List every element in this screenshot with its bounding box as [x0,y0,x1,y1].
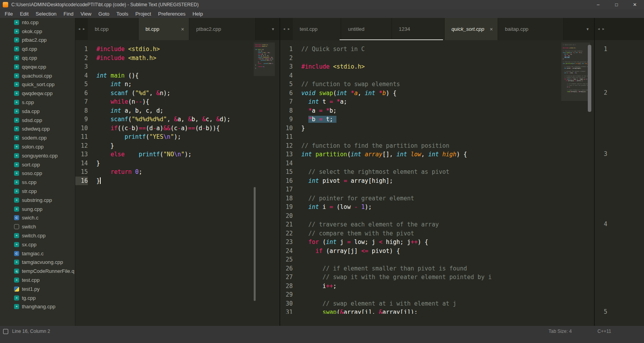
code-line[interactable]: #include <math.h> [96,54,279,63]
code-line[interactable]: int a, b, c, d; [96,106,279,115]
code-line[interactable] [301,212,594,221]
code-line[interactable]: // function to swap elements [301,80,594,89]
tab-size-indicator[interactable]: Tab Size: 4 [548,329,571,334]
sidebar-item[interactable]: +qqeqw.cpp [0,62,75,71]
sidebar-item[interactable]: +switch.cpp [0,231,75,240]
minimap-right[interactable]: // Quick sort in C#include <stdio.h>// f… [563,44,589,92]
code-line[interactable]: // swap it with the greater element poin… [301,273,594,282]
code-line[interactable] [96,62,279,71]
sidebar-item[interactable]: qtempCodeRunnerFile.q [0,267,75,276]
line-number[interactable]: 2 [280,54,293,63]
sidebar-item[interactable]: +str.cpp [0,187,75,196]
line-number[interactable]: 26 [280,264,293,273]
line-number[interactable]: 29 [280,290,293,299]
code-left[interactable]: #include <stdio.h>#include <math.h>int m… [88,45,279,314]
code-line[interactable]: for (int j = low; j < high; j++) { [301,238,594,247]
tab-quick_sort.cpp[interactable]: quick_sort.cpp× [445,18,498,40]
line-number[interactable]: 18 [280,194,293,203]
code-line[interactable]: int partition(int array[], int low, int … [301,150,594,159]
sidebar-item[interactable]: +quick_sort.cpp [0,80,75,89]
code-line[interactable]: void swap(int *a, int *b) { [301,89,594,98]
tab-scroll-left-icon[interactable]: ◄ [283,27,286,31]
line-number[interactable]: 7 [75,97,88,106]
tab-scroll-left-icon[interactable]: ◄ [78,27,81,31]
line-number[interactable]: 6 [280,89,293,98]
sidebar-item[interactable]: +substring.cpp [0,196,75,205]
menu-item-file[interactable]: File [1,9,16,18]
line-number[interactable]: 15 [75,168,88,177]
line-number[interactable]: 7 [280,97,293,106]
tab-overflow-icon[interactable]: ▼ [267,27,279,31]
sidebar-item[interactable]: +quachuoi.cpp [0,71,75,80]
code-line[interactable]: // if element smaller than pivot is foun… [301,264,594,273]
sidebar-item[interactable]: Cswich.c [0,214,75,223]
close-button[interactable]: ✕ [626,0,644,9]
vertical-scrollbar[interactable] [588,45,591,112]
code-line[interactable]: } [301,124,594,133]
tab-scroll-right-icon[interactable]: ► [602,27,605,31]
line-number[interactable]: 16 [75,177,88,186]
line-number[interactable]: 8 [280,106,293,115]
line-number[interactable]: 14 [75,159,88,168]
code-line[interactable]: #include <stdio.h> [96,45,279,54]
code-line[interactable] [301,71,594,80]
tab-untitled[interactable]: untitled [341,18,392,40]
sidebar-item[interactable]: +ptbac2.cpp [0,36,75,45]
line-number[interactable]: 15 [280,168,293,177]
menu-item-project[interactable]: Project [132,9,155,18]
tab-overflow-icon[interactable]: ▼ [581,27,594,31]
code-line[interactable] [301,290,594,299]
code-line[interactable]: int pivot = array[high]; [301,177,594,186]
code-line[interactable]: // pointer for greater element [301,194,594,203]
line-number[interactable]: 11 [280,133,293,141]
sidebar-item[interactable]: +sodem.cpp [0,133,75,142]
code-line[interactable]: if((c-b)==(d-a)&&(c-a)==(d-b)){ [96,124,279,133]
line-number[interactable]: 28 [280,282,293,291]
line-number[interactable]: 1 [280,45,293,54]
line-number[interactable]: 6 [75,89,88,98]
code-line[interactable]: swap(&array[i], &array[j]); [301,308,594,314]
tab-scroll-right-icon[interactable]: ► [287,27,290,31]
line-number[interactable]: 8 [75,106,88,115]
line-number[interactable]: 10 [75,124,88,133]
line-number[interactable]: 12 [75,141,88,150]
line-number[interactable]: 30 [280,299,293,308]
line-number[interactable]: 23 [280,238,293,247]
line-number[interactable]: 4 [75,71,88,80]
line-number[interactable]: 12 [280,141,293,150]
sidebar-item[interactable]: +qq.cpp [0,53,75,62]
line-number[interactable]: 2 [75,54,88,63]
sidebar-item[interactable]: +ss.cpp [0,178,75,187]
line-number[interactable]: 5 [75,80,88,89]
tab-scroll-left-icon[interactable]: ◄ [597,27,600,31]
code-line[interactable]: scanf ("%d", &n); [96,89,279,98]
maximize-button[interactable]: □ [607,0,626,9]
sidebar-item[interactable]: +soso.cpp [0,169,75,178]
code-line[interactable]: i++; [301,282,594,291]
line-number[interactable]: 1 [75,45,88,54]
code-line[interactable]: int t = *a; [301,97,594,106]
line-number[interactable]: 14 [280,159,293,168]
code-line[interactable] [301,255,594,264]
sidebar-item[interactable]: +thanghang.cpp [0,302,75,311]
line-number[interactable]: 3 [280,62,293,71]
editor-pane-far[interactable]: 12345 [594,40,644,326]
code-line[interactable]: *a = *b; [301,106,594,115]
code-line[interactable]: } [96,141,279,150]
line-number[interactable]: 25 [280,255,293,264]
line-number[interactable]: 10 [280,124,293,133]
editor-pane-left[interactable]: 12345678910111213141516 #include <stdio.… [75,40,279,326]
sidebar-item[interactable]: switch [0,222,75,231]
sidebar-item[interactable]: +solon.cpp [0,142,75,151]
sidebar-item[interactable]: +sung.cpp [0,205,75,214]
minimap-left[interactable]: #include <stdio.h>#include <math.h>int m… [255,44,273,69]
code-line[interactable]: int i = (low - 1); [301,203,594,212]
menu-item-tools[interactable]: Tools [113,9,132,18]
sidebar-item[interactable]: +qwqdeqw.cpp [0,89,75,98]
menu-item-preferences[interactable]: Preferences [155,9,189,18]
code-line[interactable] [301,54,594,63]
code-line[interactable]: printf("YES\n"); [96,133,279,141]
code-line[interactable]: scanf("%d%d%d%d", &a, &b, &c, &d); [96,115,279,124]
menu-item-selection[interactable]: Selection [32,9,60,18]
tab-baitap.cpp[interactable]: baitap.cpp [498,18,564,40]
